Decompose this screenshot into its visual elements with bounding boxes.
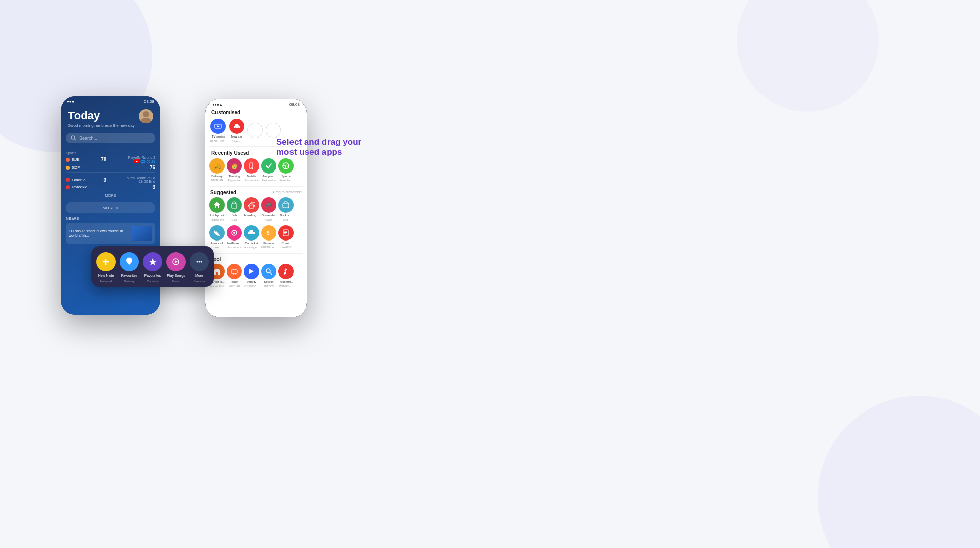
app-recomm-name: Recomm...: [278, 280, 293, 284]
team-szf: SZF: [66, 165, 80, 170]
phone-2-container: ●●●▲ 08:08 Customised TV series BABBU VI…: [205, 99, 307, 317]
svg-marker-13: [217, 125, 220, 127]
app-empty-slot-2[interactable]: [266, 123, 281, 138]
app-gome-elec[interactable]: 🎮 Gome elec Game: [261, 197, 276, 221]
app-empty-1-icon: [247, 123, 263, 138]
app-tv-series-name: TV series: [212, 135, 225, 139]
app-new-car[interactable]: New car Drivers...: [229, 119, 244, 143]
app-job-sub: Gato: [232, 218, 237, 221]
app-empty-slot-1[interactable]: [247, 123, 263, 138]
news-item[interactable]: EU should 'chart its own course' in worl…: [66, 223, 155, 244]
app-job[interactable]: Job Gato: [227, 197, 242, 221]
qa-fav-delivery-label: Favourites: [121, 273, 138, 278]
app-delivery-sub: MEITUAN: [211, 179, 223, 182]
team-varcekia: Varcekia: [66, 185, 88, 189]
app-search-name: Search: [264, 280, 273, 284]
app-comic[interactable]: Comic HUAWEI-Y...: [278, 225, 294, 249]
svg-text:👑: 👑: [231, 163, 238, 169]
app-sports-icon: [278, 158, 294, 174]
app-netease[interactable]: NetEase... Fast service: [227, 225, 242, 249]
app-lobby-hot[interactable]: Lobby hot Tingshe live: [209, 197, 225, 221]
svg-text:🛵: 🛵: [214, 163, 221, 169]
app-intercall-icon: [209, 225, 225, 241]
quick-actions-popup: New Note Notepad Favourites Delivery Fav…: [91, 246, 214, 287]
team-bolonia: Bolonia: [66, 178, 86, 182]
app-boarding[interactable]: boarding...: [244, 197, 259, 218]
svg-point-10: [199, 261, 200, 263]
app-intercall-name: Inter call: [211, 242, 223, 245]
svg-marker-8: [175, 260, 178, 263]
app-gomeelec-sub: Game: [265, 218, 272, 221]
app-lobbyhot-name: Lobby hot: [210, 214, 224, 217]
tool-label: Tool: [205, 255, 307, 263]
today-subtitle: Good morning, embrace the new day: [68, 123, 135, 128]
qa-play-songs[interactable]: Play Songs Music: [166, 252, 186, 283]
suggested-row-1: Lobby hot Tingshe live Job Gato boarding…: [205, 196, 307, 224]
app-search-sub: FEEBOX: [264, 285, 274, 288]
app-theking-icon: 👑: [227, 158, 242, 174]
phone1-signal: ●●●: [67, 99, 75, 104]
app-gomeelec-icon: 🎮: [261, 197, 276, 213]
app-delivery[interactable]: 🛵 Delivery MEITUAN: [209, 158, 225, 182]
svg-point-29: [233, 232, 235, 234]
app-inter-call[interactable]: Inter call We: [209, 225, 225, 249]
phone-2-frame: ●●●▲ 08:08 Customised TV series BABBU VI…: [205, 99, 307, 317]
sport-category: Sports: [66, 151, 155, 155]
app-search[interactable]: Search FEEBOX: [261, 264, 276, 288]
app-finance-sub: HUAWEI W...: [261, 246, 276, 249]
suggested-label: Suggested: [210, 190, 236, 195]
svg-point-2: [71, 136, 75, 139]
app-ticket[interactable]: Ticket MEITUAN: [227, 264, 242, 288]
qa-favourites-contacts[interactable]: Favourites Contacts: [143, 252, 162, 283]
svg-marker-31: [249, 230, 253, 232]
app-book-a[interactable]: Book a... Ctrip: [278, 197, 294, 221]
qa-more-icon: [190, 252, 209, 271]
app-job-name: Job: [232, 214, 237, 217]
app-carticket-sub: Advantage...: [244, 246, 259, 249]
app-delivery-name: Delivery: [211, 175, 223, 178]
app-mobile[interactable]: Mobile Fast service: [244, 158, 259, 182]
svg-line-44: [270, 272, 272, 275]
app-recommend[interactable]: Recomm... WANGYI-...: [278, 264, 294, 288]
app-variety[interactable]: Variety YOUKU VL...: [244, 264, 259, 288]
more-button-large[interactable]: MORE >: [66, 202, 155, 213]
customised-label: Customised: [205, 108, 307, 117]
qa-playsongs-sub: Music: [172, 280, 180, 283]
app-tv-series[interactable]: TV series BABBU VID...: [210, 119, 226, 143]
qa-new-note[interactable]: New Note Notepad: [96, 252, 116, 283]
today-header: Today Good morning, embrace the new day: [61, 105, 160, 131]
app-new-car-name: New car: [231, 135, 242, 139]
svg-line-3: [75, 139, 76, 141]
qa-favourites-delivery[interactable]: Favourites Delivery: [120, 252, 139, 283]
more-btn-small[interactable]: MORE: [66, 192, 155, 199]
search-bar[interactable]: Search...: [66, 133, 155, 143]
news-section: NEWS EU should 'chart its own course' in…: [66, 216, 155, 244]
svg-point-11: [201, 261, 202, 263]
qa-more-sub: Services: [193, 280, 205, 283]
app-netease-sub: Fast service: [228, 246, 241, 249]
app-are-you[interactable]: Are you... Fast service: [261, 158, 276, 182]
news-thumbnail: [132, 226, 152, 241]
app-finance[interactable]: $ Finance HUAWEI W...: [261, 225, 276, 249]
app-sports[interactable]: Sports Know the...: [278, 158, 294, 182]
svg-marker-15: [235, 124, 239, 126]
app-sports-name: Sports: [281, 175, 290, 178]
team-bje: BJE: [66, 157, 80, 162]
app-theking-name: The king: [228, 175, 240, 178]
sports-section: Sports BJE 78 Playoffs Round 2 ▶ Q3 05:2…: [61, 151, 160, 199]
qa-newnote-sub: Notepad: [100, 280, 112, 283]
app-areyou-name: Are you...: [262, 175, 275, 178]
app-the-king[interactable]: 👑 The king Pepper live: [227, 158, 242, 182]
svg-point-1: [141, 118, 151, 123]
qa-newnote-label: New Note: [98, 273, 114, 278]
app-lobbyhot-icon: [209, 197, 225, 213]
app-car-ticket[interactable]: Car ticket Advantage...: [244, 225, 259, 249]
svg-text:$: $: [267, 230, 270, 236]
svg-rect-41: [231, 270, 237, 273]
drag-hint: Drag to customise: [273, 190, 302, 194]
qa-fav-delivery-icon: [120, 252, 139, 271]
app-ticket-icon: [227, 264, 242, 279]
svg-rect-40: [216, 272, 218, 275]
svg-text:🎮: 🎮: [266, 201, 273, 209]
qa-more[interactable]: More Services: [190, 252, 209, 283]
